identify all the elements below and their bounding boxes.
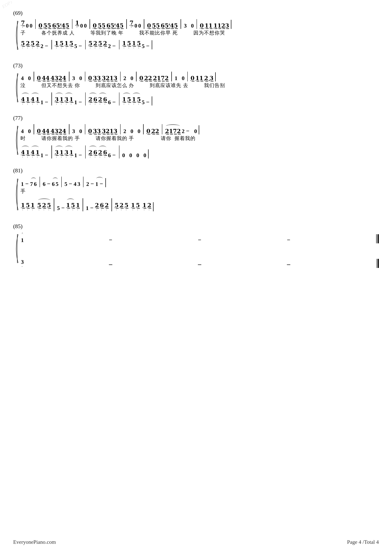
nt: 0 [137,128,140,134]
note-0b: 0 [30,23,33,29]
dots: · [90,156,91,159]
arc-group-5: 2̲ · 6̲ · [88,92,98,105]
section-85: (85) 1 − − − [13,223,379,269]
rest-d: − [146,43,150,49]
n1: 1 [21,237,24,243]
rest: − [90,204,94,211]
bar2 [72,19,72,29]
nt: 4̲4̲ [42,75,50,81]
n4324: 4̲3̲2̲4̲ [51,128,66,134]
note-6545b: 6̲5̲#4̲5̲ [107,22,124,29]
nt: 0 [182,75,185,81]
b4 [120,124,121,134]
l31a: 3̲ · [55,149,59,159]
note-text: 0̲ [200,22,204,29]
thin-bar [153,202,154,211]
dots: · [116,209,117,211]
rest: − [78,99,82,105]
system-73: 4 0 0̲ 4̲4̲ 4̲3̲2̲4̲ 3 0 0̲ 3̲3̲ 3̲2̲1̲3… [13,70,379,107]
arc-l52: 5̲ · 2̲ · 5̲ · [37,198,51,211]
ln-15d: 1̲ · [132,40,136,49]
nt: 4̲ [31,96,35,103]
nt: 5 [142,99,145,105]
nt: 6 [34,181,37,187]
lower-staff-69: 5̲ · 2̲ · 5̲ · 2̲ · 2 − [21,37,379,50]
bar5 [144,19,144,29]
note-55: 5̲5̲ [43,22,51,29]
arc-26: 2̲ · 6̲ · [88,146,98,159]
dots: · [131,26,132,29]
note-text: 2̲ [36,40,40,47]
note-text: 3 [184,23,187,29]
l2a: 2̲ · [42,202,46,211]
end-bar-85-upper [376,234,379,243]
nt: 2̲2̲ [144,75,152,81]
nt: 1 [95,181,98,187]
end-bar-69 [231,20,231,29]
l26b: 2̲ · [98,96,102,105]
n6a: 6 [34,181,37,187]
thin-bar [152,40,152,49]
l26a: 2̲ · [88,96,92,105]
section-number-77: (77) [13,115,379,121]
dots: · [77,26,78,29]
dots: · [61,156,62,159]
lbar3 [119,40,120,49]
note-text: 2 [108,43,111,49]
section-number-85: (85) [13,223,379,229]
section-number-69: (69) [13,10,379,16]
arc-group-4: 3̲ · 1̲ · [64,92,74,105]
lyric-text: 时 请你握着我的 手 请你握着我的 手 请你 握着我的 [21,135,196,142]
note-text: 5̲ [127,40,131,47]
dots: · [71,156,72,159]
rest: − [69,180,72,187]
note-text: 0 [134,23,137,29]
nt: 0 [28,75,31,81]
n3: 3 · [21,259,24,268]
note-text: 0̲ [38,22,42,29]
nt: 7 [30,181,33,187]
lb1 [51,146,52,159]
bracket-svg-69 [13,17,19,53]
footer: EveryonePiano.com Page 4 /Total 4 [13,539,379,545]
n0c: 0̲ [88,128,92,134]
n0f: 0 [182,75,185,81]
nt: 1̲ [36,149,40,156]
nt: 5̲ [115,202,119,209]
l5bb: 5̲ · [71,202,75,211]
lb2 [83,198,83,211]
ln-55b: 5̲ · [69,40,73,49]
lyric-text: 手 [21,188,25,195]
l26b: 2̲ · [98,149,102,159]
footer-right: Page 4 /Total 4 [347,539,379,545]
nt: 1̲ [59,149,64,156]
note-text: 2̲ [26,40,30,47]
lb3 [119,146,120,159]
nt: 6 [108,152,111,159]
note-text: 6̲5̲#4̲5̲ [107,22,124,29]
n22: 2̲2̲ [151,128,159,134]
n0e: 0 [137,128,140,134]
arc-top: 1 [21,233,24,243]
l41a: 4̲ · [21,96,25,105]
note-55c: 5̲5̲ [152,22,160,29]
bracket-73 [13,70,21,107]
dots: · [121,209,122,211]
note-text: 1̲1̲ [205,22,212,29]
nt: 1̲ [132,96,136,103]
l31a: 3̲ · [55,96,59,105]
dots: · [149,209,150,211]
nt: 3 [72,75,75,81]
thin-bar [376,259,377,268]
dots: · [67,209,69,211]
l12a: 1̲ · [143,202,146,211]
section-77: (77) 4 0 0̲ 4̲4̲ 4̲3̲2̲4̲ 3 0 [13,115,379,159]
l1c: 1 [86,205,89,211]
nt: 5 [57,205,60,211]
b5 [136,72,136,81]
nt: 5̲ [127,96,131,103]
arc-group-2: 4̲ · 1̲ · [30,92,40,105]
arc-26b: 2̲ · 6̲ · [98,146,107,159]
rest: − [25,180,29,187]
l0d: 0 [143,152,146,159]
